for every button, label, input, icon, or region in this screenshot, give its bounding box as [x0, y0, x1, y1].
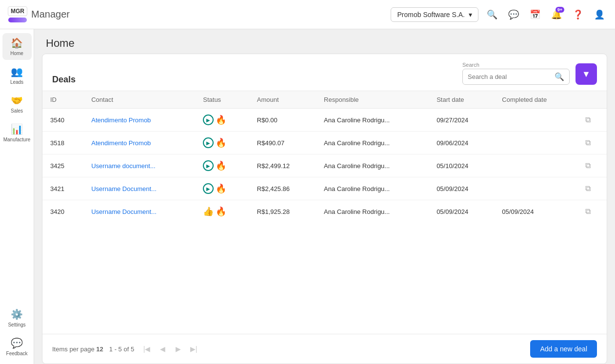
external-link-icon[interactable]: ⧉	[585, 138, 591, 147]
search-area: Search 🔍	[462, 62, 570, 85]
cell-external-link[interactable]: ⧉	[577, 177, 607, 200]
thumbs-up-icon[interactable]: 👍	[203, 206, 214, 217]
cell-contact[interactable]: Username Document...	[83, 177, 195, 200]
sidebar-item-settings[interactable]: ⚙️ Settings	[2, 305, 32, 331]
external-link-icon[interactable]: ⧉	[585, 161, 591, 170]
cell-amount: R$490.07	[249, 132, 316, 154]
last-page-button[interactable]: ▶|	[187, 342, 200, 356]
cell-responsible: Ana Caroline Rodrigu...	[316, 200, 429, 223]
first-page-button[interactable]: |◀	[140, 342, 154, 356]
settings-icon: ⚙️	[11, 308, 23, 320]
sidebar-item-feedback[interactable]: 💬 Feedback	[2, 333, 32, 360]
play-icon[interactable]: ▶	[203, 115, 214, 125]
main-layout: 🏠 Home 👥 Leads 🤝 Sales 📊 Manufacture ⚙️ …	[0, 29, 615, 364]
sidebar-settings-label: Settings	[8, 322, 25, 327]
cell-amount: R$0.00	[249, 109, 316, 132]
cell-responsible: Ana Caroline Rodrigu...	[316, 109, 429, 132]
logo-mgr-text: MGR	[8, 6, 27, 16]
user-icon[interactable]: 👤	[592, 7, 607, 22]
add-deal-button[interactable]: Add a new deal	[530, 340, 597, 358]
col-completed-date: Completed date	[494, 91, 577, 109]
table-body: 3540Atendimento Promob▶🔥R$0.00Ana Caroli…	[42, 109, 607, 223]
sidebar-item-manufacture[interactable]: 📊 Manufacture	[2, 119, 32, 146]
sidebar: 🏠 Home 👥 Leads 🤝 Sales 📊 Manufacture ⚙️ …	[0, 29, 34, 364]
cell-start-date: 05/09/2024	[429, 200, 494, 223]
search-submit-icon[interactable]: 🔍	[555, 72, 564, 81]
company-selector[interactable]: Promob Software S.A. ▾	[391, 7, 478, 22]
table-row: 3518Atendimento Promob▶🔥R$490.07Ana Caro…	[42, 132, 607, 154]
cell-responsible: Ana Caroline Rodrigu...	[316, 132, 429, 154]
sales-icon: 🤝	[11, 95, 23, 106]
cell-external-link[interactable]: ⧉	[577, 132, 607, 154]
sidebar-home-label: Home	[10, 51, 23, 56]
page-title: Home	[34, 29, 615, 54]
cell-amount: R$2,499.12	[249, 154, 316, 177]
cell-id: 3518	[42, 132, 83, 154]
cell-status: ▶🔥	[195, 177, 249, 200]
cell-external-link[interactable]: ⧉	[577, 109, 607, 132]
cell-amount: R$1,925.28	[249, 200, 316, 223]
cell-completed-date: 05/09/2024	[494, 200, 577, 223]
notification-icon[interactable]: 🔔 9+	[549, 7, 564, 22]
table-row: 3420Username Document...👍🔥R$1,925.28Ana …	[42, 200, 607, 223]
fire-icon: 🔥	[216, 160, 226, 171]
sidebar-item-home[interactable]: 🏠 Home	[2, 33, 32, 60]
cell-completed-date	[494, 154, 577, 177]
cell-contact[interactable]: Username document...	[83, 154, 195, 177]
deals-data-table: ID Contact Status Amount Responsible Sta…	[42, 91, 607, 223]
filter-button[interactable]: ▼	[575, 63, 597, 85]
cell-start-date: 09/27/2024	[429, 109, 494, 132]
col-responsible: Responsible	[316, 91, 429, 109]
cell-completed-date	[494, 177, 577, 200]
table-header: ID Contact Status Amount Responsible Sta…	[42, 91, 607, 109]
play-icon[interactable]: ▶	[203, 137, 214, 148]
fire-icon: 🔥	[216, 183, 226, 194]
logo-purple-bar	[8, 18, 27, 22]
sidebar-feedback-label: Feedback	[6, 351, 28, 356]
external-link-icon[interactable]: ⧉	[585, 184, 591, 192]
cell-id: 3425	[42, 154, 83, 177]
prev-page-button[interactable]: ◀	[156, 342, 169, 356]
sidebar-item-sales[interactable]: 🤝 Sales	[2, 91, 32, 117]
company-name: Promob Software S.A.	[397, 11, 465, 19]
navbar: MGR Manager Promob Software S.A. ▾ 🔍 💬 📅…	[0, 0, 615, 29]
cell-contact[interactable]: Atendimento Promob	[83, 132, 195, 154]
col-contact: Contact	[83, 91, 195, 109]
external-link-icon[interactable]: ⧉	[585, 115, 591, 124]
play-icon[interactable]: ▶	[203, 160, 214, 171]
cell-completed-date	[494, 109, 577, 132]
filter-icon: ▼	[582, 69, 591, 79]
cell-external-link[interactable]: ⧉	[577, 200, 607, 223]
pagination-controls: |◀ ◀ ▶ ▶|	[140, 342, 200, 356]
next-page-button[interactable]: ▶	[171, 342, 185, 356]
pagination-range: 1 - 5 of 5	[109, 345, 134, 353]
cell-status: 👍🔥	[195, 200, 249, 223]
chevron-down-icon: ▾	[469, 11, 472, 19]
col-actions	[577, 91, 607, 109]
search-input[interactable]	[468, 73, 551, 80]
cell-contact[interactable]: Username Document...	[83, 200, 195, 223]
deals-card: Deals Search 🔍 ▼ ID	[42, 54, 607, 364]
play-icon[interactable]: ▶	[203, 183, 214, 194]
col-status: Status	[195, 91, 249, 109]
fire-icon: 🔥	[216, 206, 226, 217]
sidebar-item-leads[interactable]: 👥 Leads	[2, 62, 32, 89]
cell-contact[interactable]: Atendimento Promob	[83, 109, 195, 132]
help-icon[interactable]: ❓	[570, 7, 586, 22]
fire-icon: 🔥	[216, 115, 226, 125]
table-row: 3421Username Document...▶🔥R$2,425.86Ana …	[42, 177, 607, 200]
search-icon[interactable]: 🔍	[484, 7, 500, 22]
leads-icon: 👥	[11, 66, 23, 77]
sidebar-leads-label: Leads	[10, 79, 23, 85]
chat-icon[interactable]: 💬	[506, 7, 521, 22]
col-id: ID	[42, 91, 83, 109]
cell-completed-date	[494, 132, 577, 154]
sidebar-sales-label: Sales	[11, 108, 23, 114]
items-per-page-info: Items per page 12	[52, 345, 103, 353]
search-box: 🔍	[462, 69, 570, 85]
cell-start-date: 05/09/2024	[429, 177, 494, 200]
cell-external-link[interactable]: ⧉	[577, 154, 607, 177]
external-link-icon[interactable]: ⧉	[585, 207, 591, 215]
cell-status: ▶🔥	[195, 154, 249, 177]
calendar-icon[interactable]: 📅	[527, 7, 543, 22]
